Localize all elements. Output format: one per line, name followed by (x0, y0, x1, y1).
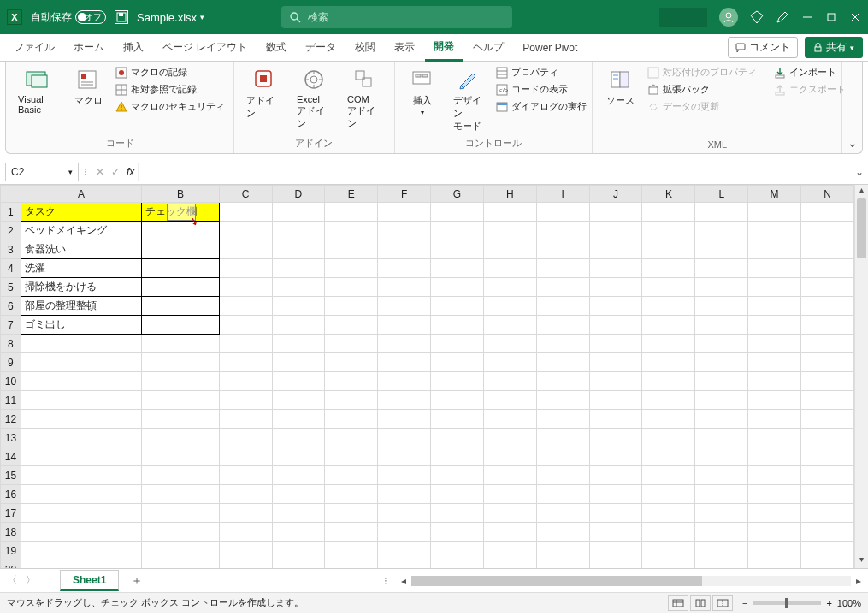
cell[interactable] (642, 297, 695, 316)
cell[interactable] (695, 560, 748, 569)
enter-formula-button[interactable]: ✓ (108, 166, 123, 178)
scroll-down-button[interactable]: ▾ (855, 554, 868, 568)
view-code-button[interactable]: </>コードの表示 (494, 82, 588, 97)
cell[interactable] (272, 372, 325, 391)
zoom-out-button[interactable]: − (742, 598, 747, 608)
cell[interactable] (21, 335, 141, 353)
row-header-2[interactable]: 2 (1, 222, 21, 240)
cell[interactable] (642, 259, 695, 278)
search-input[interactable]: 検索 (281, 6, 512, 28)
cell[interactable] (483, 353, 536, 372)
cell[interactable] (748, 485, 801, 504)
cell[interactable] (748, 278, 801, 297)
cell[interactable] (748, 410, 801, 429)
record-macro-button[interactable]: マクロの記録 (114, 65, 227, 80)
cell[interactable] (483, 504, 536, 523)
col-header-D[interactable]: D (272, 186, 325, 203)
cell[interactable] (748, 504, 801, 523)
cell[interactable] (536, 278, 589, 297)
cell[interactable] (695, 504, 748, 523)
cell[interactable] (378, 240, 431, 259)
cell[interactable] (272, 429, 325, 447)
cell[interactable] (642, 391, 695, 410)
cell[interactable] (589, 504, 642, 523)
cell[interactable] (642, 278, 695, 297)
cell[interactable] (642, 542, 695, 560)
cell[interactable] (219, 353, 272, 372)
cell[interactable] (695, 410, 748, 429)
cell[interactable] (695, 447, 748, 466)
cell[interactable] (589, 466, 642, 485)
cell[interactable] (219, 429, 272, 447)
cell[interactable] (142, 466, 219, 485)
row-header-19[interactable]: 19 (1, 542, 21, 560)
zoom-slider[interactable] (753, 601, 821, 605)
formula-input[interactable] (138, 163, 851, 181)
cell[interactable] (378, 316, 431, 335)
cell[interactable] (536, 240, 589, 259)
cell[interactable] (272, 297, 325, 316)
cell[interactable] (142, 297, 219, 316)
cell[interactable] (483, 391, 536, 410)
cell[interactable] (748, 316, 801, 335)
cell[interactable] (801, 466, 854, 485)
cell[interactable] (431, 391, 484, 410)
cell[interactable] (642, 240, 695, 259)
cell[interactable] (589, 335, 642, 353)
cell[interactable] (272, 203, 325, 222)
scroll-thumb[interactable] (857, 198, 866, 258)
cell[interactable] (142, 523, 219, 542)
cell[interactable] (219, 372, 272, 391)
cell[interactable] (748, 259, 801, 278)
row-header-20[interactable]: 20 (1, 560, 21, 569)
cell[interactable] (748, 372, 801, 391)
cell[interactable] (695, 222, 748, 240)
cell[interactable] (142, 353, 219, 372)
cell[interactable] (695, 542, 748, 560)
spreadsheet-grid[interactable]: A B C D E F G H I J K L M N 1タスクチェック欄2ベッ… (0, 185, 868, 568)
cell[interactable] (21, 523, 141, 542)
cell[interactable] (801, 203, 854, 222)
cell[interactable] (142, 429, 219, 447)
cell[interactable] (142, 504, 219, 523)
cell[interactable] (589, 353, 642, 372)
cell[interactable] (536, 504, 589, 523)
cell[interactable] (21, 353, 141, 372)
cell[interactable] (219, 447, 272, 466)
col-header-B[interactable]: B (142, 186, 219, 203)
cell[interactable] (642, 523, 695, 542)
cell[interactable] (536, 222, 589, 240)
cell[interactable]: 洗濯 (21, 259, 141, 278)
col-header-F[interactable]: F (378, 186, 431, 203)
cell[interactable] (272, 353, 325, 372)
cell[interactable] (142, 391, 219, 410)
cell[interactable] (431, 297, 484, 316)
col-header-J[interactable]: J (589, 186, 642, 203)
cell[interactable] (378, 335, 431, 353)
account-avatar[interactable] (719, 8, 738, 27)
cell[interactable] (801, 278, 854, 297)
cell[interactable] (748, 391, 801, 410)
cell[interactable] (801, 485, 854, 504)
import-button[interactable]: インポート (772, 65, 847, 80)
cell[interactable] (325, 335, 378, 353)
formula-expand-button[interactable]: ⌄ (851, 166, 868, 178)
design-mode-button[interactable]: デザイン モード (448, 65, 489, 134)
cell[interactable] (431, 278, 484, 297)
cell[interactable] (695, 240, 748, 259)
cell[interactable] (695, 429, 748, 447)
share-button[interactable]: 共有 ▾ (805, 37, 863, 58)
cell[interactable] (219, 297, 272, 316)
cell[interactable] (431, 353, 484, 372)
cell[interactable] (642, 222, 695, 240)
cell[interactable] (589, 259, 642, 278)
cell[interactable] (21, 504, 141, 523)
sheet-nav-next[interactable]: 〉 (26, 573, 36, 588)
col-header-G[interactable]: G (431, 186, 484, 203)
cell[interactable] (325, 278, 378, 297)
cell[interactable] (642, 353, 695, 372)
cell[interactable] (589, 447, 642, 466)
cell[interactable] (21, 542, 141, 560)
cell[interactable] (483, 297, 536, 316)
cell[interactable] (325, 429, 378, 447)
